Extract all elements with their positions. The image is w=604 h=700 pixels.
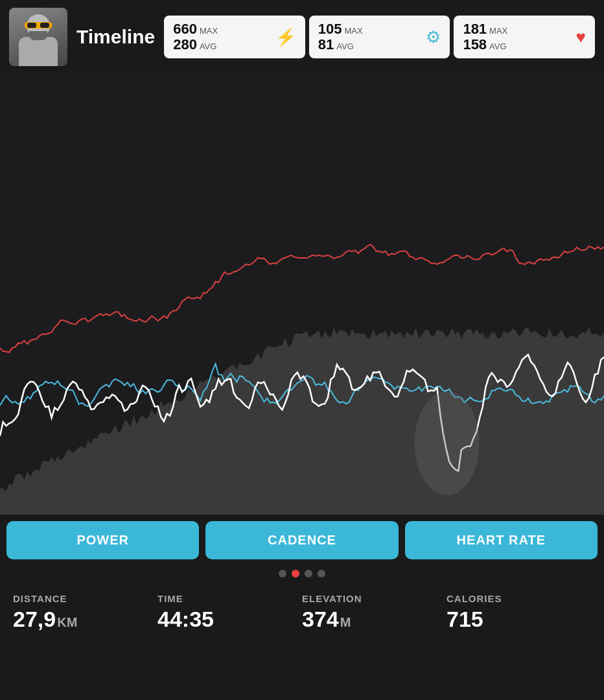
power-button[interactable]: POWER [6,521,199,559]
cadence-button[interactable]: CADENCE [205,521,398,559]
cadence-avg: 81AVG [318,38,363,52]
elevation-value: 374M [302,607,447,632]
heart-rate-button[interactable]: HEART RATE [405,521,598,559]
cadence-max: 105MAX [318,22,363,36]
time-label: TIME [157,593,302,604]
cadence-values: 105MAX 81AVG [318,22,363,52]
power-max: 660MAX [173,22,218,36]
avatar [9,8,67,66]
time-value: 44:35 [157,607,302,632]
stats-grid: 660MAX 280AVG ⚡ 105MAX 81AVG ⚙ [164,16,595,58]
distance-value: 27,9KM [13,607,157,632]
page-title: Timeline [76,26,155,48]
power-icon: ⚡ [275,27,296,47]
dot-2[interactable] [292,570,299,578]
heartrate-stat-box: 181MAX 158AVG ♥ [454,16,595,58]
calories-label: CALORIES [447,593,591,604]
bottom-stats: DISTANCE 27,9KM TIME 44:35 ELEVATION 374… [0,587,604,632]
chart-area [0,74,604,515]
calories-stat: CALORIES 715 [447,593,591,632]
time-stat: TIME 44:35 [157,593,302,632]
power-avg: 280AVG [173,38,218,52]
dot-3[interactable] [305,570,312,578]
dot-1[interactable] [279,570,286,578]
cadence-icon: ⚙ [426,27,441,47]
power-stat-box: 660MAX 280AVG ⚡ [164,16,305,58]
distance-stat: DISTANCE 27,9KM [13,593,157,632]
heartrate-values: 181MAX 158AVG [463,22,507,52]
dot-4[interactable] [318,570,325,578]
heartrate-max: 181MAX [463,22,507,36]
heart-icon: ♥ [576,27,586,47]
header: Timeline 660MAX 280AVG ⚡ 105MAX 81AVG [0,0,604,74]
calories-value: 715 [447,607,591,632]
heartrate-avg: 158AVG [463,38,507,52]
page-dots [0,566,604,587]
elevation-label: ELEVATION [302,593,447,604]
buttons-row: POWER CADENCE HEART RATE [0,515,604,566]
power-values: 660MAX 280AVG [173,22,218,52]
distance-label: DISTANCE [13,593,157,604]
cadence-stat-box: 105MAX 81AVG ⚙ [309,16,450,58]
elevation-stat: ELEVATION 374M [302,593,447,632]
